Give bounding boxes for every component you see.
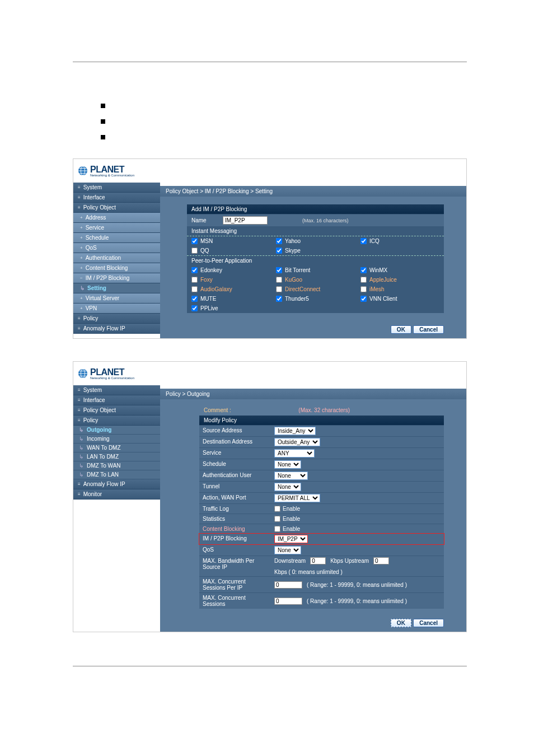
p2p-section-title: Peer-to-Peer Application [187,256,444,265]
qq-checkbox[interactable]: QQ [191,248,270,254]
nav-interface[interactable]: ≡Interface [73,395,160,405]
arrow-icon: ↳ [80,285,85,291]
vnn-checkbox[interactable]: VNN Client [360,296,439,302]
imp2p-select[interactable]: IM_P2P [274,535,308,543]
qos-select[interactable]: None [274,546,301,554]
nav-system[interactable]: ≡System [73,385,160,395]
service-select[interactable]: ANY [274,449,315,458]
plus-icon: + [80,296,83,301]
nav-interface[interactable]: ≡Interface [73,193,160,203]
form-header: Modify Policy [199,416,444,425]
plus-icon: + [80,306,83,311]
menu-icon: ≡ [78,205,81,210]
traffic-enable-checkbox[interactable]: Enable [274,506,300,512]
auth-select[interactable]: None [274,472,308,480]
ok-button[interactable]: OK [391,619,411,627]
nav-schedule[interactable]: +Schedule [73,233,160,243]
nav-policy-object[interactable]: ≡Policy Object [73,405,160,416]
imp2p-label: IM / P2P Blocking [199,534,271,544]
mute-checkbox[interactable]: MUTE [191,296,270,302]
directconnect-checkbox[interactable]: DirectConnect [276,286,355,292]
name-input[interactable] [223,216,268,225]
sessip-label: MAX. Concurrent Sessions Per IP [199,577,271,592]
arrow-icon: ↳ [79,445,83,451]
plus-icon: + [80,225,83,230]
menu-icon: ≡ [78,326,81,331]
bullet-item [101,133,467,142]
sessip-input[interactable] [274,581,302,589]
pplive-checkbox[interactable]: PPLive [191,305,270,311]
nav-system[interactable]: ≡System [73,183,160,193]
nav-qos[interactable]: +QoS [73,243,160,253]
dst-select[interactable]: Outside_Any [274,438,320,446]
icq-checkbox[interactable]: ICQ [360,238,439,244]
menu-icon: ≡ [78,408,81,413]
nav-outgoing[interactable]: ↳Outgoing [73,426,160,435]
imesh-checkbox[interactable]: iMesh [360,286,439,292]
upstream-label: Kbps Upstream [330,558,369,564]
nav-lan-to-dmz[interactable]: ↳LAN To DMZ [73,452,160,461]
breadcrumb: Policy > Outgoing [160,389,466,399]
sessip-hint: ( Range: 1 - 99999, 0: means unlimited ) [307,582,407,588]
traffic-label: Traffic Log [199,504,271,514]
nav-vpn[interactable]: +VPN [73,304,160,314]
nav-address[interactable]: +Address [73,213,160,223]
bittorrent-checkbox[interactable]: Bit Torrent [276,267,355,273]
thunder5-checkbox[interactable]: Thunder5 [276,296,355,302]
foxy-checkbox[interactable]: Foxy [191,277,270,283]
ok-button[interactable]: OK [391,325,411,334]
schedule-select[interactable]: None [274,460,301,469]
brand-logo: PLANET Networking & Communication [73,159,160,183]
upstream-input[interactable] [373,557,389,564]
menu-icon: ≡ [78,195,81,200]
minus-icon: − [80,276,83,281]
nav-virtual-server[interactable]: +Virtual Server [73,293,160,304]
nav-policy-object[interactable]: ≡Policy Object [73,203,160,213]
src-select[interactable]: Inside_Any [274,427,316,435]
plus-icon: + [80,255,83,260]
name-label: Name [191,217,219,223]
bullet-item [101,117,467,126]
nav-dmz-to-wan[interactable]: ↳DMZ To WAN [73,461,160,470]
sidebar: PLANET Networking & Communication ≡Syste… [73,362,160,632]
nav-wan-to-dmz[interactable]: ↳WAN To DMZ [73,444,160,452]
applejuice-checkbox[interactable]: AppleJuice [360,277,439,283]
nav-im-p2p-blocking[interactable]: −IM / P2P Blocking [73,273,160,283]
nav-policy[interactable]: ≡Policy [73,314,160,324]
nav-monitor[interactable]: ≡Monitor [73,489,160,500]
sess-hint: ( Range: 1 - 99999, 0: means unlimited ) [307,598,407,604]
cancel-button[interactable]: Cancel [413,619,444,627]
winmx-checkbox[interactable]: WinMX [360,267,439,273]
stats-enable-checkbox[interactable]: Enable [274,516,300,522]
comment-hint: (Max. 32 characters) [298,407,350,413]
skype-checkbox[interactable]: Skype [276,248,355,254]
sess-input[interactable] [274,598,302,605]
panel-title: Add IM / P2P Blocking [187,204,444,214]
schedule-label: Schedule [199,459,271,470]
msn-checkbox[interactable]: MSN [191,238,270,244]
tunnel-select[interactable]: None [274,483,301,491]
nav-dmz-to-lan[interactable]: ↳DMZ To LAN [73,470,160,479]
downstream-input[interactable] [310,557,326,564]
nav-setting[interactable]: ↳Setting [73,283,160,293]
nav-content-blocking[interactable]: +Content Blocking [73,263,160,273]
menu-icon: ≡ [78,316,81,321]
nav-anomaly[interactable]: ≡Anomaly Flow IP [73,479,160,489]
kugoo-checkbox[interactable]: KuGoo [276,277,355,283]
nav-service[interactable]: +Service [73,223,160,233]
app-shell-im-p2p: PLANET Networking & Communication ≡Syste… [73,158,467,339]
nav-anomaly[interactable]: ≡Anomaly Flow IP [73,324,160,334]
auth-label: Authentication User [199,470,271,481]
cb-enable-checkbox[interactable]: Enable [274,526,300,532]
cancel-button[interactable]: Cancel [413,325,444,334]
action-select[interactable]: PERMIT ALL [274,494,320,502]
audiogalaxy-checkbox[interactable]: AudioGalaxy [191,286,270,292]
nav-authentication[interactable]: +Authentication [73,253,160,263]
edonkey-checkbox[interactable]: Edonkey [191,267,270,273]
nav-policy[interactable]: ≡Policy [73,416,160,426]
arrow-icon: ↳ [79,472,83,478]
nav-incoming[interactable]: ↳Incoming [73,435,160,444]
im-section-title: Instant Messaging [187,226,444,236]
yahoo-checkbox[interactable]: Yahoo [276,238,355,244]
action-label: Action, WAN Port [199,493,271,503]
